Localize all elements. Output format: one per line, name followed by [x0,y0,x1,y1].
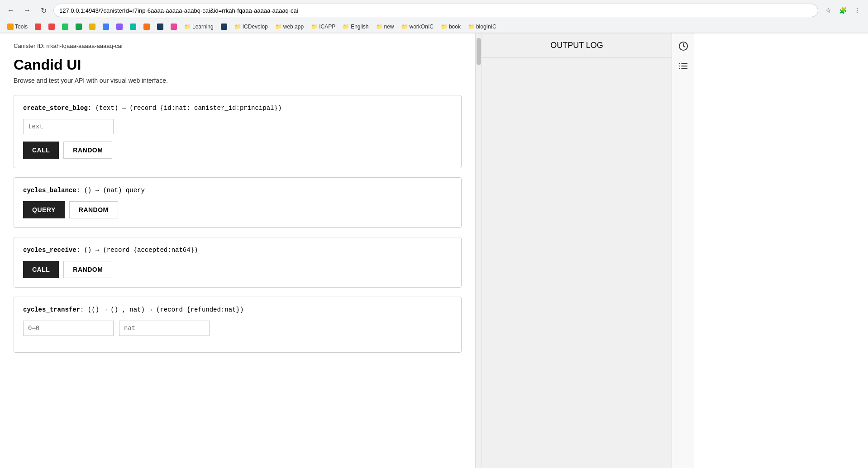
bookmark-bloginic-label: blogInIC [476,24,496,30]
page-title: Candid UI [14,57,462,73]
output-log-header: OUTPUT LOG [482,33,672,58]
browser-chrome: ← → ↻ ☆ 🧩 ⋮ Tools 📁 Learning 📁 [0,0,868,33]
bookmark-book-icon: 📁 [441,24,448,30]
bookmark-8[interactable] [127,23,139,31]
bookmarks-bar: Tools 📁 Learning 📁 ICDevelop 📁 web app 📁… [0,21,868,33]
bookmark-3[interactable] [59,23,71,31]
method-sig-cycles-receive: : () → (record {accepted:nat64}) [76,246,198,254]
bookmark-english-icon: 📁 [343,24,349,30]
page-subtitle: Browse and test your API with our visual… [14,77,462,84]
bookmark-book[interactable]: 📁 book [438,23,463,31]
method-card-cycles-receive: cycles_receive: () → (record {accepted:n… [14,237,462,288]
method-name-cycles-receive: cycles_receive [23,246,76,254]
bookmark-10[interactable] [154,23,166,31]
method-name-cycles-transfer: cycles_transfer [23,306,80,313]
random-button-cycles-balance[interactable]: RANDOM [69,201,118,218]
random-button-create-store-blog[interactable]: RANDOM [63,142,112,159]
output-log-content [482,58,672,468]
method-card-create-store-blog: create_store_blog: (text) → (record {id:… [14,95,462,168]
button-row-cycles-receive: CALL RANDOM [23,261,452,278]
method-sig-cycles-transfer: : (() → () , nat) → (record {refunded:na… [80,306,243,313]
bookmark-webapp[interactable]: 📁 web app [272,23,306,31]
input-cycles-transfer-arg2[interactable] [119,321,210,336]
input-row-create-store-blog [23,119,452,134]
bookmark-1[interactable] [32,23,44,31]
page-wrapper: Canister ID: rrkah-fqaaa-aaaaa-aaaaq-cai… [0,33,868,468]
bookmark-tools[interactable]: Tools [5,23,30,31]
more-button[interactable]: ⋮ [851,4,863,17]
input-create-store-blog-text[interactable] [23,119,114,134]
bookmark-icapp-label: ICAPP [319,24,335,30]
bookmark-icdevelop-icon: 📁 [234,24,241,30]
canister-id-label: Canister ID: [14,43,45,49]
bookmark-icdevelop[interactable]: 📁 ICDevelop [232,23,271,31]
bookmark-new-label: new [384,24,394,30]
input-cycles-transfer-arg1[interactable] [23,321,114,336]
method-card-cycles-balance: cycles_balance: () → (nat) query QUERY R… [14,177,462,228]
address-bar[interactable] [53,4,818,17]
bookmark-11[interactable] [168,23,180,31]
bookmark-english-label: English [351,24,368,30]
browser-nav: ← → ↻ ☆ 🧩 ⋮ [0,0,868,21]
method-card-cycles-transfer: cycles_transfer: (() → () , nat) → (reco… [14,297,462,353]
forward-button[interactable]: → [21,4,33,17]
button-row-cycles-balance: QUERY RANDOM [23,201,452,218]
output-log-panel: OUTPUT LOG [482,33,672,468]
bookmark-icapp-icon: 📁 [311,24,318,30]
clock-icon-button[interactable] [675,38,692,54]
call-button-create-store-blog[interactable]: CALL [23,142,59,159]
bookmark-book-label: book [449,24,461,30]
main-content: Canister ID: rrkah-fqaaa-aaaaa-aaaaq-cai… [0,33,475,468]
scrollbar-thumb[interactable] [477,38,481,65]
nav-icons: ☆ 🧩 ⋮ [822,4,863,17]
bookmark-icon-1 [35,24,41,30]
bookmark-learning[interactable]: 📁 Learning [181,23,216,31]
method-signature-cycles-transfer: cycles_transfer: (() → () , nat) → (reco… [23,306,452,313]
bookmark-workonic-icon: 📁 [401,24,408,30]
bookmark-learning-label: Learning [192,24,214,30]
bookmark-bloginic[interactable]: 📁 blogInIC [465,23,499,31]
random-button-cycles-receive[interactable]: RANDOM [63,261,112,278]
method-name-cycles-balance: cycles_balance [23,187,76,194]
canister-id-bar: Canister ID: rrkah-fqaaa-aaaaa-aaaaq-cai [14,43,462,49]
query-button-cycles-balance[interactable]: QUERY [23,201,65,218]
bookmark-workonic-label: workOnIC [410,24,434,30]
reload-button[interactable]: ↻ [37,4,50,17]
method-signature-cycles-receive: cycles_receive: () → (record {accepted:n… [23,246,452,254]
method-sig-create-store-blog: : (text) → (record {id:nat; canister_id:… [88,104,281,112]
extension-button[interactable]: 🧩 [836,4,849,17]
list-icon-button[interactable] [675,58,692,74]
bookmark-webapp-label: web app [283,24,304,30]
bookmark-9[interactable] [141,23,153,31]
bookmark-icon-6 [103,24,109,30]
bookmark-icon-5 [89,24,95,30]
back-button[interactable]: ← [5,4,17,17]
method-name-create-store-blog: create_store_blog [23,104,88,112]
bookmark-tools-label: Tools [15,24,28,30]
bookmark-webapp-icon: 📁 [275,24,282,30]
bookmark-icon-9 [143,24,150,30]
bookmark-2[interactable] [46,23,57,31]
bookmark-icon-dk2 [221,24,227,30]
bookmark-icon-8 [130,24,136,30]
scrollbar-area [475,33,482,468]
right-icons-panel [672,33,694,468]
bookmark-dk2[interactable] [218,23,230,31]
bookmark-icon-7 [116,24,123,30]
canister-id-value: rrkah-fqaaa-aaaaa-aaaaq-cai [46,43,122,49]
bookmark-new[interactable]: 📁 new [373,23,397,31]
bookmark-icapp[interactable]: 📁 ICAPP [308,23,338,31]
bookmark-english[interactable]: 📁 English [340,23,371,31]
input-row-cycles-transfer [23,321,452,336]
bookmark-icon-3 [62,24,68,30]
bookmark-5[interactable] [86,23,98,31]
bookmark-bloginic-icon: 📁 [468,24,475,30]
bookmark-6[interactable] [100,23,112,31]
bookmark-icon-2 [48,24,55,30]
bookmark-4[interactable] [73,23,85,31]
bookmark-star-button[interactable]: ☆ [822,4,835,17]
call-button-cycles-receive[interactable]: CALL [23,261,59,278]
bookmark-icon-11 [171,24,177,30]
bookmark-7[interactable] [114,23,125,31]
bookmark-workonic[interactable]: 📁 workOnIC [399,23,436,31]
